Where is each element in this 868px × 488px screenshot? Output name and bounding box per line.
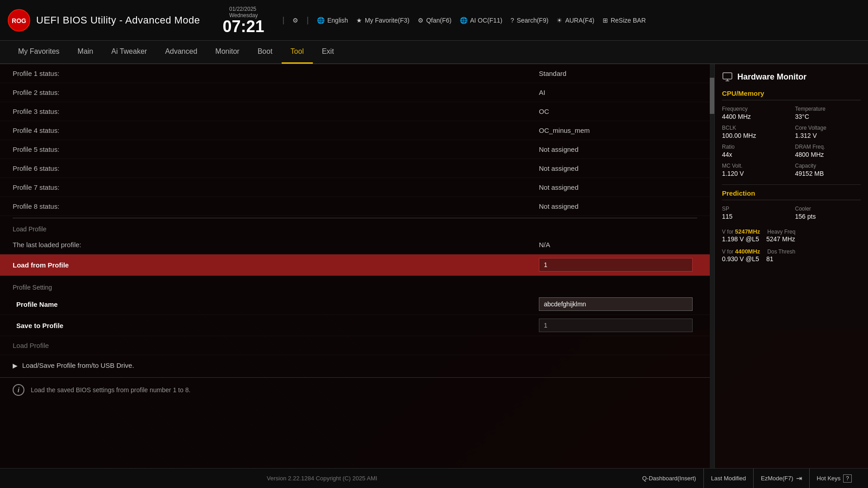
v-for-5247-label-wrap: V for 5247MHz xyxy=(722,227,760,235)
language-button[interactable]: 🌐 English xyxy=(317,17,348,24)
footer-right: Q-Dashboard(Insert) Last Modified EzMode… xyxy=(635,469,859,488)
language-label: English xyxy=(327,17,348,24)
dos-thresh-label: Dos Thresh xyxy=(767,249,795,255)
ezmode-button[interactable]: EzMode(F7) ⇥ xyxy=(754,469,810,488)
date-display: 01/22/2025Wednesday xyxy=(229,6,258,19)
hotkeys-icon: ? xyxy=(843,474,852,483)
qfan-label: Qfan(F6) xyxy=(426,17,452,24)
load-from-profile-row[interactable]: Load from Profile xyxy=(0,254,710,276)
settings-button[interactable]: ⚙ xyxy=(292,17,298,24)
ai-icon: 🌐 xyxy=(460,17,467,24)
aioc-button[interactable]: 🌐 AI OC(F11) xyxy=(460,17,503,24)
dram-freq-label: DRAM Freq. xyxy=(795,144,861,150)
resize-icon: ⊞ xyxy=(603,17,608,24)
capacity-item: Capacity 49152 MB xyxy=(795,163,861,177)
load-from-profile-label: Load from Profile xyxy=(13,261,539,269)
nav-item-favorites[interactable]: My Favorites xyxy=(9,40,69,64)
nav-item-exit[interactable]: Exit xyxy=(313,40,343,64)
search-button[interactable]: ? Search(F9) xyxy=(510,17,548,24)
cooler-label: Cooler xyxy=(795,206,861,212)
info-row: i Load the saved BIOS settings from prof… xyxy=(0,377,710,402)
bclk-value: 100.00 MHz xyxy=(722,132,788,139)
nav-item-boot[interactable]: Boot xyxy=(249,40,282,64)
profile-8-row: Profile 8 status: Not assigned xyxy=(0,197,710,216)
bios-title: UEFI BIOS Utility - Advanced Mode xyxy=(36,14,200,26)
qdashboard-label: Q-Dashboard(Insert) xyxy=(642,475,696,482)
dram-freq-item: DRAM Freq. 4800 MHz xyxy=(795,144,861,158)
heavy-freq-value: 5247 MHz xyxy=(766,235,795,243)
favorites-label: My Favorite(F3) xyxy=(365,17,410,24)
toolbar: | ⚙ | 🌐 English ★ My Favorite(F3) ⚙ Qfan… xyxy=(283,15,861,25)
content-area: Profile 1 status: Standard Profile 2 sta… xyxy=(0,64,710,468)
header: ROG UEFI BIOS Utility - Advanced Mode 01… xyxy=(0,0,868,41)
mc-volt-label: MC Volt. xyxy=(722,163,788,169)
usb-row[interactable]: ▶ Load/Save Profile from/to USB Drive. xyxy=(0,358,710,373)
cpu-memory-title: CPU/Memory xyxy=(722,89,861,100)
bclk-item: BCLK 100.00 MHz xyxy=(722,125,788,139)
last-modified-button[interactable]: Last Modified xyxy=(704,469,754,488)
toolbar-separator-1: | xyxy=(283,15,285,25)
nav-item-ai-tweaker[interactable]: Ai Tweaker xyxy=(102,40,156,64)
expand-arrow-icon: ▶ xyxy=(13,362,18,369)
profile-7-label: Profile 7 status: xyxy=(13,183,539,191)
resize-label: ReSize BAR xyxy=(611,17,646,24)
dram-freq-value: 4800 MHz xyxy=(795,151,861,158)
v-for-5247-item: V for 5247MHz Heavy Freq 1.198 V @L5 524… xyxy=(722,227,861,243)
favorites-button[interactable]: ★ My Favorite(F3) xyxy=(356,17,410,24)
prediction-section: Prediction SP 115 Cooler 156 pts V for 5… xyxy=(722,189,861,263)
bclk-label: BCLK xyxy=(722,125,788,131)
load-from-profile-input[interactable] xyxy=(539,258,693,272)
aura-icon: ☀ xyxy=(557,17,562,24)
ratio-item: Ratio 44x xyxy=(722,144,788,158)
star-icon: ★ xyxy=(356,17,362,24)
sp-item: SP 115 xyxy=(722,206,788,220)
fan-icon: ⚙ xyxy=(418,17,424,24)
nav-item-main[interactable]: Main xyxy=(69,40,103,64)
ratio-value: 44x xyxy=(722,151,788,158)
hw-monitor-title-area: Hardware Monitor xyxy=(722,71,861,82)
aura-button[interactable]: ☀ AURA(F4) xyxy=(557,17,594,24)
load-profile-header: Load Profile xyxy=(0,220,710,235)
resize-bar-button[interactable]: ⊞ ReSize BAR xyxy=(603,17,646,24)
frequency-label: Frequency xyxy=(722,106,788,112)
main-layout: Profile 1 status: Standard Profile 2 sta… xyxy=(0,64,868,468)
profile-1-label: Profile 1 status: xyxy=(13,70,539,77)
temperature-item: Temperature 33°C xyxy=(795,106,861,120)
info-icon: i xyxy=(13,384,24,396)
logo-area: ROG UEFI BIOS Utility - Advanced Mode xyxy=(7,9,200,32)
nav-item-advanced[interactable]: Advanced xyxy=(156,40,206,64)
prediction-grid: SP 115 Cooler 156 pts xyxy=(722,206,861,220)
profile-setting-header: Profile Setting xyxy=(0,278,710,294)
datetime: 01/22/2025Wednesday 07:21 xyxy=(223,6,264,35)
scrollbar-thumb[interactable] xyxy=(710,78,714,114)
search-question-icon: ? xyxy=(510,17,514,24)
time-display: 07:21 xyxy=(223,19,264,35)
profile-1-value: Standard xyxy=(539,70,697,77)
nav-item-tool[interactable]: Tool xyxy=(282,40,313,64)
qfan-button[interactable]: ⚙ Qfan(F6) xyxy=(418,17,452,24)
aura-label: AURA(F4) xyxy=(565,17,594,24)
last-modified-label: Last Modified xyxy=(711,475,746,482)
scrollbar[interactable] xyxy=(710,64,714,468)
capacity-label: Capacity xyxy=(795,163,861,169)
asus-logo-icon: ROG xyxy=(7,9,31,32)
monitor-icon xyxy=(722,71,733,82)
heavy-freq-label-wrap: Heavy Freq xyxy=(767,227,795,235)
profile-6-label: Profile 6 status: xyxy=(13,164,539,172)
profile-6-row: Profile 6 status: Not assigned xyxy=(0,159,710,178)
qdashboard-button[interactable]: Q-Dashboard(Insert) xyxy=(635,469,703,488)
save-to-profile-input[interactable] xyxy=(539,319,693,332)
profile-name-input[interactable] xyxy=(539,297,693,311)
v-for-4400-freq: 4400MHz xyxy=(735,248,760,255)
mc-volt-value: 1.120 V xyxy=(722,170,788,177)
nav-item-monitor[interactable]: Monitor xyxy=(206,40,248,64)
profile-name-row: Profile Name xyxy=(0,294,710,315)
hw-monitor-panel: Hardware Monitor CPU/Memory Frequency 44… xyxy=(714,64,868,468)
hw-monitor-title: Hardware Monitor xyxy=(737,72,807,82)
footer-version: Version 2.22.1284 Copyright (C) 2025 AMI xyxy=(9,475,635,482)
profile-name-label: Profile Name xyxy=(13,300,539,308)
hotkeys-button[interactable]: Hot Keys ? xyxy=(810,469,859,488)
aioc-label: AI OC(F11) xyxy=(470,17,503,24)
last-loaded-row: The last loaded profile: N/A xyxy=(0,235,710,254)
temperature-value: 33°C xyxy=(795,113,861,120)
